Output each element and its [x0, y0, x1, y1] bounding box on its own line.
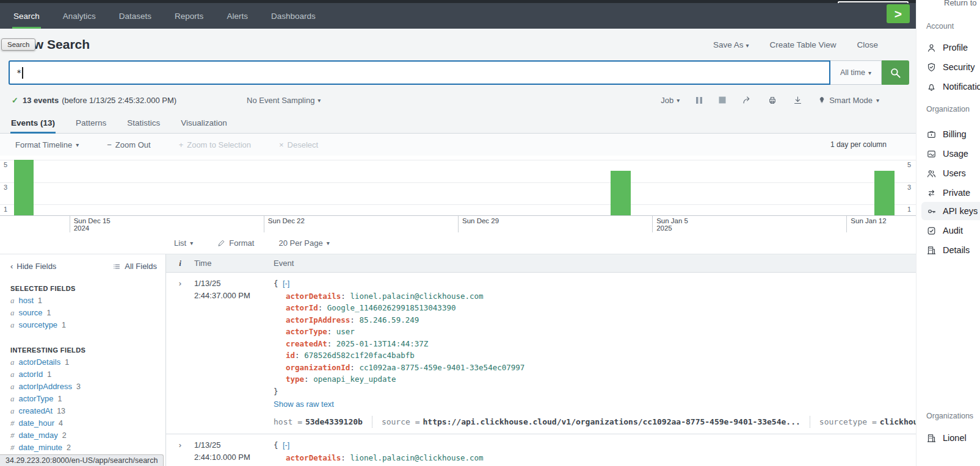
json-key[interactable]: type: [286, 375, 304, 384]
x-tick-label: Sun Dec 29: [458, 216, 499, 232]
json-key[interactable]: actorDetails: [286, 292, 341, 301]
field-link[interactable]: actorIpAddress: [19, 382, 72, 391]
list-view-dropdown[interactable]: List ▾: [174, 238, 193, 248]
time-column-header: Time: [194, 259, 274, 268]
hide-fields-link[interactable]: ‹ Hide Fields: [10, 262, 56, 271]
job-menu[interactable]: Job ▾: [661, 96, 680, 105]
json-key[interactable]: actorId: [286, 303, 318, 312]
format-results-button[interactable]: Format: [217, 238, 254, 248]
json-value[interactable]: 85.246.59.249: [359, 315, 419, 324]
sidebar-item-private-endpoints[interactable]: Private: [921, 184, 980, 202]
tab-patterns[interactable]: Patterns: [75, 118, 107, 133]
sidebar-item-audit[interactable]: Audit: [921, 221, 980, 240]
field-link[interactable]: date_minute: [19, 443, 63, 452]
timeline-controls: Format Timeline ▾ − Zoom Out + Zoom to S…: [0, 134, 916, 156]
field-link[interactable]: host: [19, 296, 34, 305]
billing-icon: [926, 129, 937, 140]
event-sampling-dropdown[interactable]: No Event Sampling ▾: [247, 96, 321, 105]
nav-item-datasets[interactable]: Datasets: [118, 3, 153, 29]
field-link[interactable]: source: [19, 308, 43, 317]
timeline-bar[interactable]: [874, 171, 895, 215]
y-axis-label-right: 3: [907, 184, 911, 191]
field-count: 3: [76, 382, 81, 391]
sidebar-item-billing[interactable]: Billing: [921, 125, 980, 143]
sidebar-item-usage[interactable]: Usage: [921, 145, 980, 163]
run-search-button[interactable]: [882, 60, 909, 85]
json-key[interactable]: actorIpAddress: [286, 315, 350, 324]
timeline-bar[interactable]: [14, 160, 34, 215]
per-page-dropdown[interactable]: 20 Per Page ▾: [278, 238, 329, 248]
stop-job-button[interactable]: [719, 96, 726, 104]
json-value[interactable]: user: [336, 327, 355, 336]
json-value[interactable]: cc1092aa-8775-459e-9401-33e54ec07997: [359, 363, 524, 372]
json-key[interactable]: organizationId: [286, 363, 350, 372]
json-collapse-toggle[interactable]: [-]: [283, 441, 289, 450]
nav-item-search[interactable]: Search: [12, 3, 41, 29]
format-timeline-dropdown[interactable]: Format Timeline ▾: [15, 140, 79, 149]
timeline-bar[interactable]: [611, 171, 631, 215]
zoom-out-button[interactable]: − Zoom Out: [107, 140, 150, 149]
field-link[interactable]: createdAt: [19, 406, 53, 415]
return-to-link[interactable]: Return to: [944, 0, 976, 7]
zoom-to-selection-button[interactable]: + Zoom to Selection: [179, 140, 251, 149]
show-raw-text-link[interactable]: Show as raw text: [274, 398, 334, 410]
key-icon: [926, 206, 937, 217]
expand-event-chevron[interactable]: ›: [166, 439, 194, 464]
json-key[interactable]: id: [286, 351, 295, 360]
field-link[interactable]: sourcetype: [19, 320, 58, 329]
save-as-button[interactable]: Save As ▾: [713, 40, 749, 49]
tab-visualization[interactable]: Visualization: [180, 118, 228, 133]
print-button[interactable]: [768, 96, 777, 105]
json-key[interactable]: actorDetails: [286, 453, 341, 462]
all-fields-link[interactable]: All Fields: [112, 262, 157, 271]
sidebar-item-api-keys[interactable]: API keys: [921, 202, 980, 220]
search-input[interactable]: *: [9, 60, 830, 85]
chevron-left-icon: ‹: [10, 262, 13, 271]
field-link[interactable]: actorType: [19, 394, 54, 403]
time-range-picker[interactable]: All time ▾: [830, 60, 882, 85]
sidebar-item-users[interactable]: Users: [921, 164, 980, 182]
json-key[interactable]: actorType: [286, 327, 327, 336]
meta-sourcetype[interactable]: sourcetype =clickhouse_cloud_audit_logs: [810, 416, 916, 428]
nav-item-dashboards[interactable]: Dashboards: [270, 3, 317, 29]
json-value[interactable]: lionel.palacin@clickhouse.com: [350, 292, 483, 301]
tab-events[interactable]: Events (13): [10, 118, 56, 133]
field-link[interactable]: date_mday: [19, 431, 58, 440]
field-link[interactable]: actorId: [19, 370, 43, 379]
json-value[interactable]: 2025-01-13T14:44:37Z: [336, 339, 429, 348]
search-mode-dropdown[interactable]: Smart Mode ▾: [818, 96, 879, 105]
nav-item-alerts[interactable]: Alerts: [225, 3, 249, 29]
sidebar-item-details[interactable]: Details: [921, 241, 980, 259]
field-link[interactable]: date_hour: [19, 418, 55, 428]
pause-job-button[interactable]: [695, 96, 703, 104]
json-key[interactable]: createdAt: [286, 339, 327, 348]
field-item-date-hour: #date_hour4: [10, 418, 157, 431]
sidebar-item-org-lionel[interactable]: Lionel: [921, 429, 980, 447]
json-value[interactable]: 678526d582c1f20fac4babfb: [304, 351, 415, 360]
job-controls: Job ▾: [661, 96, 916, 105]
meta-host[interactable]: host =53de4339120b: [274, 416, 363, 428]
json-value[interactable]: openapi_key_update: [313, 375, 396, 384]
json-value[interactable]: Google_114602629918513043390: [327, 303, 456, 312]
usage-icon: [926, 149, 937, 159]
meta-source[interactable]: source =https://api.clickhouse.cloud/v1/…: [372, 416, 800, 428]
sidebar-item-notifications[interactable]: Notifications: [921, 77, 980, 96]
event-clock: 2:44:10.000 PM: [194, 451, 274, 464]
nav-item-analytics[interactable]: Analytics: [62, 3, 97, 29]
close-button[interactable]: Close: [857, 40, 878, 49]
json-value[interactable]: lionel.palacin@clickhouse.com: [350, 453, 483, 462]
nav-item-reports[interactable]: Reports: [173, 3, 205, 29]
splunk-logo-icon[interactable]: >: [887, 4, 910, 23]
create-table-view-button[interactable]: Create Table View: [769, 40, 836, 49]
timeline-plot[interactable]: 113355: [0, 156, 916, 215]
sidebar-item-security[interactable]: Security: [921, 58, 980, 76]
field-link[interactable]: actorDetails: [19, 357, 61, 367]
selected-fields-list: ahost1 asource1 asourcetype1: [10, 296, 157, 332]
share-job-button[interactable]: [742, 96, 752, 105]
expand-event-chevron[interactable]: ›: [166, 278, 194, 434]
tab-statistics[interactable]: Statistics: [126, 118, 161, 133]
json-collapse-toggle[interactable]: [-]: [283, 279, 289, 288]
sidebar-item-profile[interactable]: Profile: [921, 38, 980, 57]
deselect-button[interactable]: × Deselect: [279, 140, 318, 149]
export-button[interactable]: [793, 96, 802, 105]
